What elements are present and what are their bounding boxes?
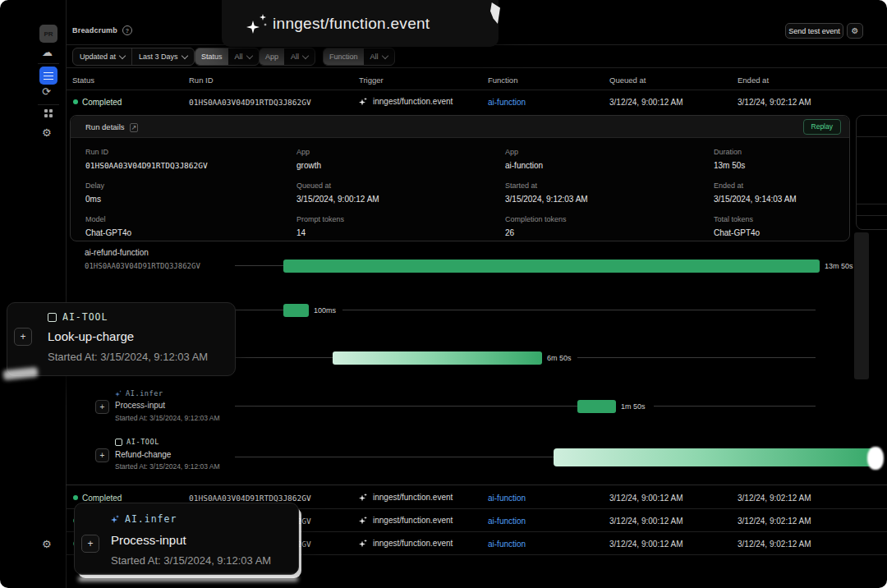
field-completion-tokens: Completion tokens 26 <box>505 215 714 237</box>
field-delay: Delay 0ms <box>85 181 296 204</box>
function-link[interactable]: ai-function <box>488 98 526 107</box>
sidebar-border <box>66 0 67 588</box>
sidebar-item-runs-active[interactable] <box>39 67 57 85</box>
table-header-divider <box>66 90 887 90</box>
timeline-connector <box>577 357 816 358</box>
field-app: App growth <box>296 148 505 170</box>
run-details-panel: Run details Replay Run ID 01HS0AA03V04D9… <box>70 115 850 241</box>
breadcrumb: Breadcrumb <box>72 25 132 35</box>
sidebar-divider <box>38 104 59 105</box>
timeline-bar[interactable] <box>333 351 542 365</box>
expand-step-button[interactable]: + <box>95 400 109 414</box>
queued-at-cell: 3/12/24, 9:00:12 AM <box>609 494 683 503</box>
workspace-avatar[interactable]: PR <box>39 25 57 43</box>
function-link[interactable]: ai-function <box>488 517 526 526</box>
apps-grid-icon[interactable] <box>44 109 48 113</box>
help-icon[interactable] <box>122 25 132 35</box>
clipped-panel-line <box>856 136 887 137</box>
function-link[interactable]: ai-function <box>488 540 526 549</box>
step-name: Process-input <box>111 533 186 547</box>
timeline-bar[interactable] <box>283 260 820 273</box>
tool-icon <box>115 439 122 446</box>
ai-sparkle-icon <box>111 515 119 523</box>
function-link[interactable]: ai-function <box>488 494 526 503</box>
inngest-sparkle-icon <box>359 517 367 525</box>
step-type-label: AI.infer <box>115 389 163 397</box>
field-total-tokens: Total tokens Chat-GPT4o <box>714 215 849 237</box>
date-range-label: Last 3 Days <box>139 53 178 61</box>
clipped-panel-edge <box>856 115 887 230</box>
field-run-id: Run ID 01HS0AA03V04D91RTDQ3J862GV <box>85 148 296 170</box>
step-tooltip-process-input: + AI.infer Process-input Started At: 3/1… <box>74 503 299 575</box>
expand-step-button[interactable]: + <box>14 328 32 346</box>
tool-icon <box>48 313 57 322</box>
col-header-status: Status <box>72 76 94 85</box>
bottom-settings-gear-icon[interactable] <box>42 536 52 551</box>
step-started-at: Started At: 3/15/2024, 9:12:03 AM <box>48 351 208 363</box>
step-started-at: Started At: 3/15/2024, 9:12:03 AM <box>111 554 271 567</box>
timeline-bar[interactable] <box>554 448 877 466</box>
ended-at-cell: 3/12/24, 9:02:12 AM <box>738 540 811 549</box>
replay-button[interactable]: Replay <box>803 119 841 135</box>
trigger-cell: inngest/function.event <box>373 97 453 106</box>
app-link[interactable]: growth <box>296 161 505 170</box>
function-filter[interactable]: Function All <box>323 48 395 66</box>
status-filter-label: Status <box>195 48 228 65</box>
function-link[interactable]: ai-function <box>505 161 714 170</box>
app-filter-value: All <box>291 53 299 61</box>
timeline-connector <box>235 457 554 457</box>
clipped-panel-line <box>856 204 887 204</box>
waterfall-step-name: Process-input <box>115 401 165 410</box>
sidebar-divider <box>38 63 59 64</box>
app-window: PR ☁ ⟳ Breadcrumb Send test event Update… <box>0 0 887 588</box>
timeline-bar[interactable] <box>283 304 309 317</box>
clipped-panel-line <box>856 215 887 216</box>
trigger-cell: inngest/function.event <box>373 493 453 502</box>
col-header-queued-at: Queued at <box>609 76 646 85</box>
field-ended-at: Ended at 3/15/2024, 9:14:03 AM <box>714 181 849 204</box>
breadcrumb-label: Breadcrumb <box>72 26 117 34</box>
waterfall-run-id: 01HS0AA03V04D91RTDQ3J862GV <box>85 262 200 270</box>
status-badge: Completed <box>82 494 122 503</box>
field-queued-at: Queued at 3/15/2024, 9:00:12 AM <box>296 181 505 204</box>
inngest-logo-icon <box>246 12 266 34</box>
cloud-icon[interactable]: ☁ <box>42 47 53 57</box>
event-title-card: inngest/function.event <box>222 0 499 47</box>
duration-label: 100ms <box>314 306 336 315</box>
function-filter-label: Function <box>324 48 364 65</box>
step-tooltip-look-up-charge: + AI-TOOL Look-up-charge Started At: 3/1… <box>7 302 236 376</box>
waterfall-step-name: Refund-change <box>115 450 171 459</box>
inngest-sparkle-icon <box>359 494 367 502</box>
trigger-cell: inngest/function.event <box>373 539 453 548</box>
app-filter[interactable]: App All <box>259 48 315 66</box>
external-link-icon[interactable] <box>130 122 139 131</box>
chevron-down-icon <box>302 52 309 58</box>
queued-at-cell: 3/12/24, 9:00:12 AM <box>609 517 683 526</box>
trigger-cell: inngest/function.event <box>373 516 453 525</box>
send-test-event-button[interactable]: Send test event <box>785 23 843 39</box>
duration-label: 1m 50s <box>621 402 646 411</box>
chevron-down-icon <box>181 52 187 58</box>
expand-step-button[interactable]: + <box>81 535 99 553</box>
scrollbar-thumb[interactable] <box>854 232 869 379</box>
chevron-down-icon <box>381 52 388 58</box>
runs-list-icon <box>44 72 53 80</box>
run-details-header: Run details Replay <box>71 116 849 138</box>
inngest-sparkle-icon <box>359 98 367 106</box>
waterfall-step-name: ai-refund-function <box>85 248 149 257</box>
col-header-function: Function <box>488 76 517 85</box>
sort-filter[interactable]: Updated at Last 3 Days <box>72 48 195 66</box>
expand-step-button[interactable]: + <box>95 448 109 462</box>
ended-at-cell: 3/12/24, 9:02:12 AM <box>738 98 811 107</box>
header-settings-button[interactable] <box>847 23 863 39</box>
ai-sparkle-icon <box>115 390 122 397</box>
timeline-bar[interactable] <box>577 400 616 413</box>
run-id-cell: 01HS0AA03V04D91RTDQ3J862GV <box>189 98 311 107</box>
cursor-artifact <box>78 577 298 581</box>
refresh-icon[interactable]: ⟳ <box>42 86 51 97</box>
col-header-run-id: Run ID <box>189 76 214 85</box>
settings-gear-icon[interactable] <box>42 125 52 140</box>
run-id-cell: 01HS0AA03V04D91RTDQ3J862GV <box>189 494 311 503</box>
run-details-title: Run details <box>85 122 125 131</box>
status-filter[interactable]: Status All <box>195 48 260 66</box>
